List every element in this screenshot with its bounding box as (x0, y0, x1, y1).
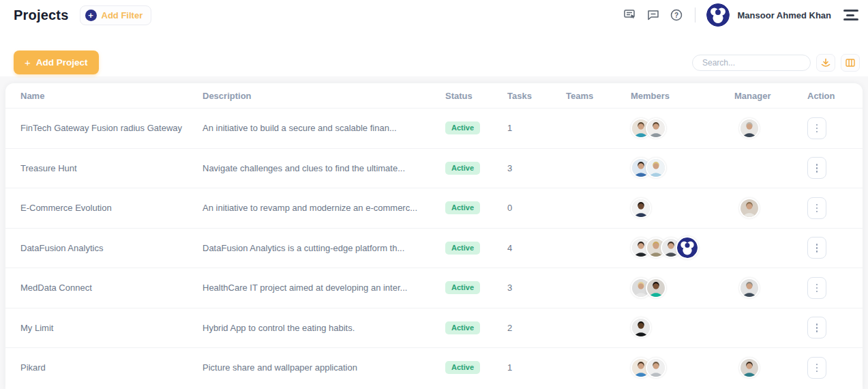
action-cell (807, 237, 863, 259)
table-row: Treasure HuntNavigate challenges and clu… (5, 148, 863, 188)
project-description: An initiative to revamp and modernize an… (203, 203, 445, 213)
kebab-icon-dot (816, 287, 818, 289)
project-name[interactable]: FinTech Gateway Fusion radius Gateway (20, 123, 203, 133)
member-avatar (646, 118, 666, 139)
svg-text:?: ? (674, 12, 678, 19)
manager-avatar (739, 278, 760, 298)
member-avatar (631, 198, 651, 218)
plus-icon: + (25, 57, 31, 68)
action-cell (807, 277, 863, 299)
members-avatars (631, 118, 734, 139)
column-header-teams: Teams (566, 91, 631, 101)
toolbar-right (692, 54, 860, 72)
tasks-count: 4 (507, 243, 566, 253)
plus-icon: + (85, 10, 97, 21)
members-avatars (631, 358, 734, 378)
kebab-icon-dot (816, 207, 818, 210)
column-header-status: Status (445, 91, 507, 101)
project-name[interactable]: E-Commerce Evolution (20, 203, 203, 213)
tasks-count: 3 (507, 163, 566, 173)
status-badge: Active (445, 281, 480, 294)
status-badge: Active (445, 121, 480, 134)
page-title: Projects (14, 8, 69, 23)
project-name[interactable]: My Limit (20, 323, 203, 333)
columns-toggle-button[interactable] (841, 54, 860, 72)
kebab-icon-dot (816, 371, 818, 373)
column-header-members: Members (631, 91, 734, 101)
project-description: DataFusion Analytics is a cutting-edge p… (203, 243, 445, 253)
add-filter-button[interactable]: + Add Filter (80, 5, 152, 25)
chat-icon[interactable] (646, 8, 661, 23)
status-cell: Active (445, 361, 507, 374)
members-avatars (631, 158, 734, 178)
manager-avatar (739, 198, 760, 218)
toolbar: + Add Project (0, 51, 868, 74)
page-header-zone: Projects + Add Filter (0, 0, 868, 76)
project-description: HealthCare IT project aimed at developin… (203, 283, 445, 293)
project-name[interactable]: Pikard (20, 362, 203, 373)
divider (695, 8, 695, 23)
row-actions-button[interactable] (807, 277, 826, 299)
help-icon[interactable]: ? (669, 8, 684, 23)
status-cell: Active (445, 162, 507, 175)
table-row: FinTech Gateway Fusion radius GatewayAn … (5, 108, 863, 148)
members-avatars (631, 278, 734, 298)
project-name[interactable]: Treasure Hunt (20, 163, 203, 173)
row-actions-button[interactable] (807, 117, 826, 139)
status-badge: Active (445, 162, 480, 175)
project-name[interactable]: MedData Connect (20, 283, 203, 293)
table-row: DataFusion AnalyticsDataFusion Analytics… (5, 228, 863, 268)
add-project-button[interactable]: + Add Project (14, 51, 99, 74)
tasks-count: 2 (507, 323, 566, 333)
column-header-tasks: Tasks (507, 91, 566, 101)
guide-icon[interactable] (623, 8, 638, 23)
action-cell (807, 197, 863, 219)
row-actions-button[interactable] (807, 197, 826, 219)
status-badge: Active (445, 242, 480, 255)
project-name[interactable]: DataFusion Analytics (20, 243, 203, 253)
add-filter-label: Add Filter (102, 10, 143, 20)
menu-icon[interactable] (843, 10, 858, 20)
topbar: Projects + Add Filter (0, 0, 868, 30)
manager-avatar (739, 118, 760, 139)
member-avatar (646, 158, 666, 178)
add-project-label: Add Project (36, 57, 88, 68)
manager-avatar-cell (734, 198, 807, 218)
tasks-count: 0 (507, 203, 566, 213)
column-header-manager: Manager (734, 91, 807, 101)
kebab-icon-dot (816, 171, 818, 173)
table-body: FinTech Gateway Fusion radius GatewayAn … (5, 108, 863, 388)
kebab-icon-dot (816, 247, 818, 249)
row-actions-button[interactable] (807, 317, 826, 338)
row-actions-button[interactable] (807, 357, 826, 379)
status-cell: Active (445, 281, 507, 294)
brand-logo-avatar[interactable] (706, 3, 730, 27)
row-actions-button[interactable] (807, 237, 826, 259)
manager-avatar-cell (734, 358, 807, 378)
projects-table: NameDescriptionStatusTasksTeamsMembersMa… (5, 83, 863, 389)
kebab-icon-dot (816, 124, 818, 126)
download-icon (820, 57, 831, 68)
topbar-right: ? Mansoor Ahmed Khan (623, 3, 858, 27)
member-avatar (631, 317, 651, 338)
status-cell: Active (445, 201, 507, 214)
kebab-icon-dot (816, 330, 818, 332)
status-cell: Active (445, 321, 507, 334)
status-badge: Active (445, 201, 480, 214)
members-avatars (631, 236, 734, 259)
export-download-button[interactable] (816, 54, 835, 72)
table-row: E-Commerce EvolutionAn initiative to rev… (5, 188, 863, 228)
members-avatars (631, 317, 734, 338)
action-cell (807, 117, 863, 139)
row-actions-button[interactable] (807, 157, 826, 179)
kebab-icon-dot (816, 291, 818, 293)
kebab-icon-dot (816, 250, 818, 253)
kebab-icon-dot (816, 323, 818, 326)
user-name[interactable]: Mansoor Ahmed Khan (738, 10, 831, 20)
kebab-icon-dot (816, 244, 818, 246)
kebab-icon-dot (816, 131, 818, 133)
search-input[interactable] (692, 55, 811, 71)
table-row: PikardPicture share and wallpaper applic… (5, 347, 863, 388)
tasks-count: 1 (507, 123, 566, 133)
kebab-icon-dot (816, 327, 818, 329)
